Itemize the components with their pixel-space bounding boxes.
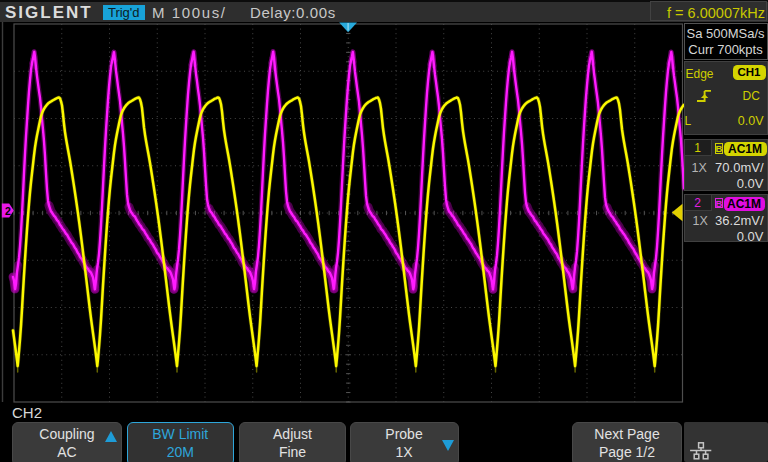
svg-text:2: 2 bbox=[5, 205, 11, 217]
